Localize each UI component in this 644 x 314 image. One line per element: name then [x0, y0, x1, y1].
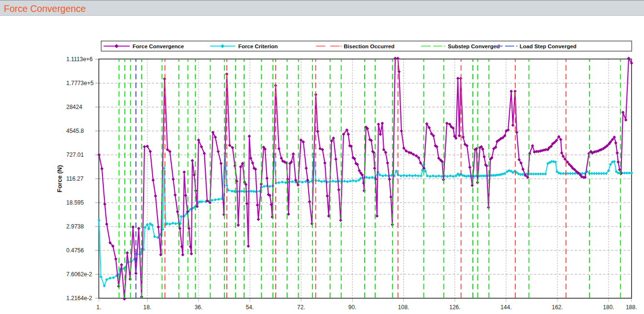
svg-text:2.9738: 2.9738	[67, 223, 84, 230]
svg-text:54.: 54.	[246, 304, 254, 311]
svg-text:Bisection Occurred: Bisection Occurred	[344, 43, 395, 49]
svg-text:144.: 144.	[500, 304, 511, 311]
svg-text:Substep Converged: Substep Converged	[448, 43, 500, 49]
svg-text:108.: 108.	[398, 304, 409, 311]
svg-text:72.: 72.	[297, 304, 305, 311]
svg-text:180.: 180.	[603, 304, 614, 311]
svg-text:1.1113e+6: 1.1113e+6	[67, 56, 93, 63]
svg-text:162.: 162.	[552, 304, 563, 311]
svg-text:1.2164e-2: 1.2164e-2	[67, 295, 92, 302]
svg-text:188.: 188.	[626, 304, 637, 311]
svg-text:4545.8: 4545.8	[67, 128, 84, 134]
svg-text:0.4756: 0.4756	[67, 247, 84, 254]
svg-text:7.6062e-2: 7.6062e-2	[67, 271, 92, 278]
svg-text:18.595: 18.595	[67, 199, 84, 206]
svg-text:116.27: 116.27	[67, 175, 84, 182]
svg-text:18.: 18.	[143, 304, 151, 311]
svg-text:Force Convergence: Force Convergence	[133, 43, 184, 49]
svg-text:126.: 126.	[449, 304, 460, 311]
svg-text:1.: 1.	[97, 304, 101, 311]
svg-text:90.: 90.	[348, 304, 356, 311]
svg-text:Load Step Converged: Load Step Converged	[520, 43, 577, 49]
svg-text:Force Criterion: Force Criterion	[238, 43, 278, 49]
svg-text:727.01: 727.01	[67, 152, 84, 158]
svg-text:Force (N): Force (N)	[56, 165, 63, 192]
svg-text:1.7773e+5: 1.7773e+5	[67, 80, 94, 87]
svg-text:28424: 28424	[67, 104, 83, 110]
svg-text:36.: 36.	[195, 304, 203, 311]
